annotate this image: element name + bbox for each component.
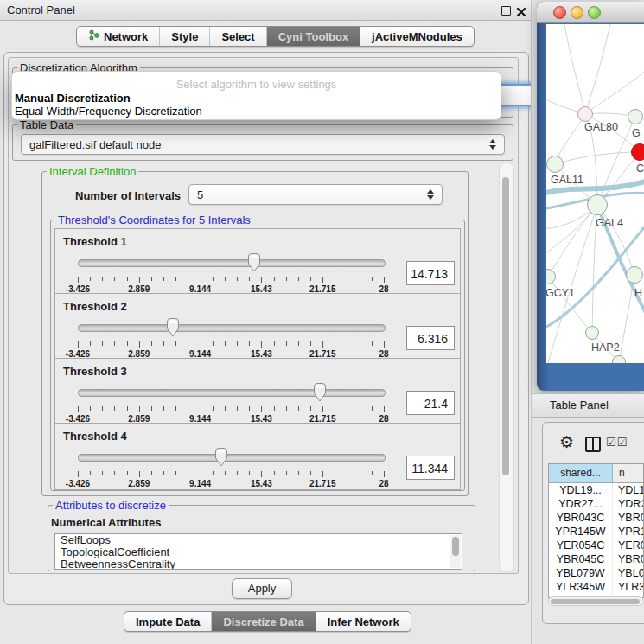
cell-name[interactable]: YBL0: [613, 566, 643, 580]
close-icon[interactable]: [516, 5, 526, 16]
threshold-value-field[interactable]: 14.713: [406, 261, 455, 285]
column-layout-icon[interactable]: [585, 437, 601, 452]
tab-label: Cyni Toolbox: [278, 30, 348, 43]
table-panel-titlebar: Table Panel: [532, 393, 644, 418]
threshold-rows: Threshold 1-3.4262.8599.14415.4321.71528…: [54, 228, 461, 490]
gear-icon[interactable]: ⚙: [559, 434, 574, 450]
table-row[interactable]: YDL19...YDL1: [549, 483, 643, 497]
apply-button[interactable]: Apply: [232, 578, 292, 599]
number-of-intervals-combobox[interactable]: 5: [188, 184, 443, 205]
tab-label: Impute Data: [136, 615, 200, 628]
network-canvas[interactable]: GAL80GCGAL11GAL4GCY1HHAP2: [546, 24, 644, 363]
float-window-icon[interactable]: [501, 6, 511, 16]
threshold-label: Threshold 4: [63, 430, 127, 443]
network-node-gal11[interactable]: [546, 156, 564, 173]
table-row[interactable]: YPR145WYPR1: [549, 525, 643, 539]
attribute-item-betweennesscentrality[interactable]: BetweennessCentrality: [55, 558, 462, 570]
cell-name[interactable]: YPR1: [613, 525, 643, 539]
attribute-item-topologicalcoefficient[interactable]: TopologicalCoefficient: [55, 546, 462, 558]
column-header-name[interactable]: n: [613, 464, 643, 482]
table-horizontal-scrollbar[interactable]: [548, 596, 644, 606]
attribute-item-selfloops[interactable]: SelfLoops: [55, 534, 462, 546]
table-data-combobox[interactable]: galFiltered.sif default node: [21, 134, 505, 155]
window-zoom-button[interactable]: [588, 6, 601, 19]
cell-shared-name[interactable]: YPR145W: [549, 525, 613, 539]
thresholds-group-title: Threshold's Coordinates for 5 Intervals: [55, 214, 253, 226]
slider-thumb[interactable]: [166, 318, 180, 337]
threshold-value-field[interactable]: 21.4: [406, 391, 455, 415]
control-panel-tabbar: NetworkStyleSelectCyni ToolboxjActiveMNo…: [76, 26, 475, 47]
cell-name[interactable]: YBR0: [613, 552, 643, 566]
tab-jactivemnodules[interactable]: jActiveMNodules: [360, 27, 474, 46]
tab-network[interactable]: Network: [77, 27, 160, 46]
tab-select[interactable]: Select: [210, 27, 266, 46]
table-row[interactable]: YBR043CYBR0: [549, 511, 643, 525]
threshold-slider-3[interactable]: -3.4262.8599.14415.4321.71528: [78, 383, 384, 423]
slider-track[interactable]: [78, 324, 386, 332]
threshold-row-1: Threshold 1-3.4262.8599.14415.4321.71528…: [55, 229, 460, 294]
threshold-row-3: Threshold 3-3.4262.8599.14415.4321.71528…: [55, 359, 460, 424]
table-row[interactable]: YLR345WYLR3: [549, 580, 643, 594]
threshold-value-field[interactable]: 6.316: [406, 326, 455, 350]
slider-thumb[interactable]: [313, 383, 327, 402]
cell-shared-name[interactable]: YBL079W: [549, 566, 613, 580]
slider-ticks: [78, 406, 384, 413]
slider-thumb[interactable]: [214, 448, 228, 467]
numerical-attributes-list[interactable]: SelfLoopsTopologicalCoefficientBetweenne…: [54, 533, 462, 570]
cell-name[interactable]: YER0: [613, 539, 643, 552]
slider-track[interactable]: [78, 259, 386, 267]
slider-track[interactable]: [78, 389, 386, 397]
form-scrollbar-thumb[interactable]: [502, 177, 509, 475]
slider-ticks: [78, 341, 384, 348]
cell-shared-name[interactable]: YDL19...: [549, 483, 613, 497]
slider-thumb[interactable]: [247, 253, 261, 272]
network-view-window[interactable]: GAL80GCGAL11GAL4GCY1HHAP2: [537, 2, 644, 391]
table-panel: ⚙ ☑☑ shared... n YDL19...YDL1YDR27...YDR…: [542, 422, 644, 624]
bottom-tab-infer-network[interactable]: Infer Network: [316, 612, 411, 631]
cell-shared-name[interactable]: YBR045C: [549, 552, 613, 566]
network-node[interactable]: [612, 355, 626, 363]
threshold-slider-4[interactable]: -3.4262.8599.14415.4321.71528: [78, 448, 384, 488]
cell-shared-name[interactable]: YER054C: [549, 539, 613, 552]
popup-placeholder-item[interactable]: Select algorithm to view settings: [12, 78, 501, 91]
cell-name[interactable]: YBR0: [613, 511, 643, 525]
threshold-slider-1[interactable]: -3.4262.8599.14415.4321.71528: [78, 253, 384, 293]
window-minimize-button[interactable]: [571, 6, 583, 19]
network-window-titlebar[interactable]: [537, 2, 644, 23]
network-node-gal80[interactable]: [577, 106, 593, 122]
bottom-tab-discretize-data[interactable]: Discretize Data: [212, 612, 316, 631]
table-row[interactable]: YBR045CYBR0: [549, 552, 643, 566]
network-node-g[interactable]: [628, 109, 643, 124]
cell-name[interactable]: YLR3: [613, 580, 643, 594]
network-node-c[interactable]: [631, 143, 644, 161]
tab-cyni-toolbox[interactable]: Cyni Toolbox: [267, 27, 360, 46]
table-data-group-title: Table Data: [17, 118, 76, 131]
cell-shared-name[interactable]: YBR043C: [549, 511, 613, 525]
tab-label: Network: [104, 30, 148, 43]
table-row[interactable]: YDR27...YDR2: [549, 497, 643, 511]
popup-option-manual-discretization[interactable]: Manual Discretization: [15, 92, 131, 105]
bottom-tab-impute-data[interactable]: Impute Data: [124, 612, 212, 631]
tab-style[interactable]: Style: [160, 27, 210, 46]
popup-option-equal-width-frequency[interactable]: Equal Width/Frequency Discretization: [15, 105, 202, 118]
table-row[interactable]: YBL079WYBL0: [549, 566, 643, 580]
threshold-value-field[interactable]: 11.344: [406, 456, 455, 480]
cell-shared-name[interactable]: YDR27...: [549, 497, 613, 511]
combo-stepper-icon: [489, 139, 496, 150]
network-node-gal4[interactable]: [587, 194, 608, 215]
table-row[interactable]: YER054CYER0: [549, 539, 643, 552]
cell-name[interactable]: YDR2: [613, 497, 643, 511]
threshold-slider-2[interactable]: -3.4262.8599.14415.4321.71528: [78, 318, 384, 358]
slider-track[interactable]: [78, 454, 386, 462]
column-header-shared-name[interactable]: shared...: [549, 464, 613, 482]
threshold-row-2: Threshold 2-3.4262.8599.14415.4321.71528…: [55, 294, 460, 359]
network-node-hap2[interactable]: [585, 326, 599, 340]
window-close-button[interactable]: [553, 6, 566, 19]
cell-name[interactable]: YDL1: [613, 483, 643, 497]
list-scrollbar[interactable]: [450, 535, 461, 568]
form-scrollbar[interactable]: [499, 163, 514, 572]
select-columns-icon[interactable]: ☑☑: [606, 436, 628, 449]
network-node-h[interactable]: [626, 266, 643, 284]
node-label: HAP2: [591, 341, 620, 354]
cell-shared-name[interactable]: YLR345W: [549, 580, 613, 594]
